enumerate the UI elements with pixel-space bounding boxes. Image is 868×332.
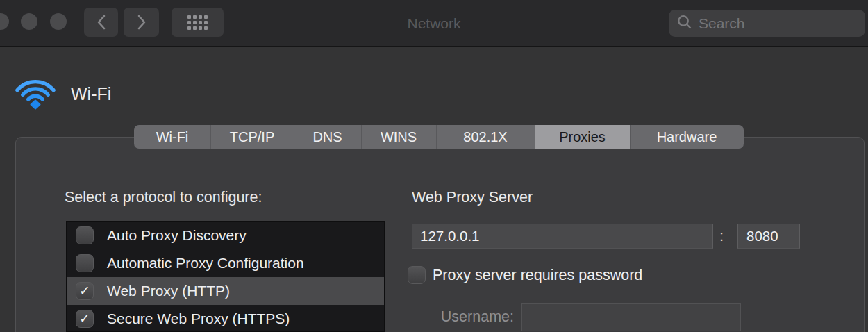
tab-wins[interactable]: WINS xyxy=(361,125,436,149)
forward-button[interactable] xyxy=(124,8,159,37)
search-icon xyxy=(676,14,693,33)
protocol-row[interactable]: ✓Auto Proxy Discovery xyxy=(67,222,384,249)
protocol-checkbox[interactable]: ✓ xyxy=(76,310,94,328)
protocol-label: Auto Proxy Discovery xyxy=(107,227,247,244)
window-close-button[interactable] xyxy=(0,13,9,30)
proxy-port-input[interactable] xyxy=(737,224,800,249)
protocol-row[interactable]: ✓Web Proxy (HTTP) xyxy=(67,277,384,305)
requires-password-label: Proxy server requires password xyxy=(433,267,642,284)
window-zoom-button[interactable] xyxy=(50,13,67,30)
protocol-checkbox[interactable]: ✓ xyxy=(76,254,94,272)
tab-tcp-ip[interactable]: TCP/IP xyxy=(210,125,294,149)
port-separator: : xyxy=(719,227,724,245)
toolbar: Network xyxy=(0,0,868,47)
protocol-row[interactable]: ✓Automatic Proxy Configuration xyxy=(67,249,384,277)
tab-802-1x[interactable]: 802.1X xyxy=(436,125,535,149)
search-input[interactable] xyxy=(693,10,868,37)
tab-proxies[interactable]: Proxies xyxy=(535,125,630,149)
username-label: Username: xyxy=(412,308,514,326)
window-minimize-button[interactable] xyxy=(21,13,37,30)
grid-icon xyxy=(187,15,208,30)
network-preferences-window: Network Wi-Fi Wi-FiTCP/IPDNSWINS802.1XPr… xyxy=(0,0,868,332)
chevron-right-icon xyxy=(136,13,147,31)
wifi-icon xyxy=(12,72,58,110)
protocol-row[interactable]: ✓Secure Web Proxy (HTTPS) xyxy=(67,305,384,332)
protocol-checkbox[interactable]: ✓ xyxy=(76,282,94,300)
web-proxy-heading: Web Proxy Server xyxy=(412,189,533,206)
requires-password-row: ✓ Proxy server requires password xyxy=(408,266,642,284)
protocol-list-heading: Select a protocol to configure: xyxy=(65,189,262,206)
tab-hardware[interactable]: Hardware xyxy=(630,125,744,149)
requires-password-checkbox[interactable]: ✓ xyxy=(408,266,426,284)
protocol-label: Automatic Proxy Configuration xyxy=(107,255,304,272)
chevron-left-icon xyxy=(96,13,107,31)
search-field[interactable] xyxy=(669,10,865,37)
network-tab-bar: Wi-FiTCP/IPDNSWINS802.1XProxiesHardware xyxy=(134,125,744,149)
back-button[interactable] xyxy=(84,8,118,37)
tab-dns[interactable]: DNS xyxy=(294,125,361,149)
protocol-label: Secure Web Proxy (HTTPS) xyxy=(107,310,290,327)
connection-name: Wi-Fi xyxy=(71,84,111,104)
tab-wi-fi[interactable]: Wi-Fi xyxy=(134,125,210,149)
show-all-button[interactable] xyxy=(172,8,224,37)
protocol-checkbox[interactable]: ✓ xyxy=(76,226,94,244)
connection-header: Wi-Fi xyxy=(12,72,111,110)
protocol-label: Web Proxy (HTTP) xyxy=(107,283,230,299)
protocol-list: ✓Auto Proxy Discovery✓Automatic Proxy Co… xyxy=(66,221,385,332)
proxy-server-input[interactable] xyxy=(412,224,713,249)
username-input[interactable] xyxy=(521,303,741,331)
